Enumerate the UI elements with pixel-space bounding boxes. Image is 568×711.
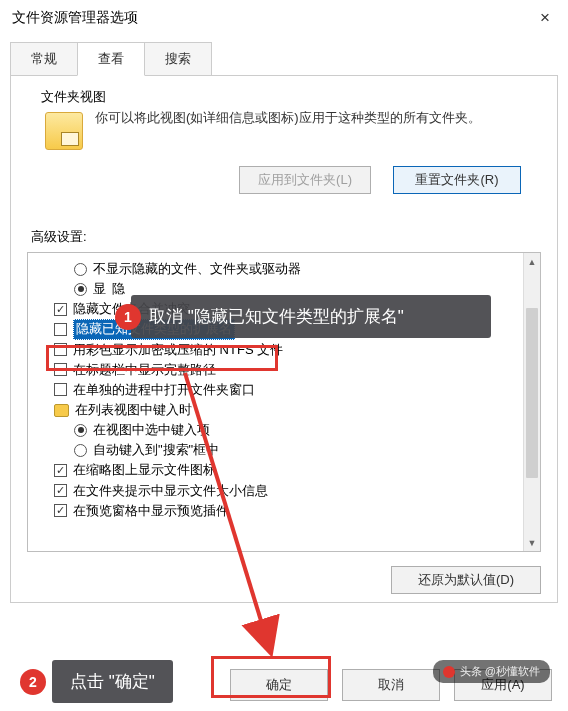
watermark: 头条 @秒懂软件	[433, 660, 550, 683]
radio-icon	[74, 283, 87, 296]
window-title: 文件资源管理器选项	[12, 9, 138, 27]
tab-search[interactable]: 搜索	[144, 42, 212, 76]
close-icon[interactable]: ×	[534, 8, 556, 28]
scroll-down-button[interactable]: ▼	[524, 534, 540, 551]
titlebar: 文件资源管理器选项 ×	[0, 0, 568, 36]
ok-button[interactable]: 确定	[230, 669, 328, 701]
radio-icon	[74, 424, 87, 437]
checkbox-icon	[54, 504, 67, 517]
option-folder-tip-size[interactable]: 在文件夹提示中显示文件大小信息	[54, 481, 538, 501]
scroll-thumb[interactable]	[526, 308, 538, 478]
option-full-path-title[interactable]: 在标题栏中显示完整路径	[54, 360, 538, 380]
folder-icon	[45, 112, 83, 150]
option-preview-handlers[interactable]: 在预览窗格中显示预览插件	[54, 501, 538, 521]
option-auto-search-box[interactable]: 自动键入到"搜索"框中	[74, 440, 538, 460]
restore-defaults-button[interactable]: 还原为默认值(D)	[391, 566, 541, 594]
advanced-settings-label: 高级设置:	[31, 228, 541, 246]
tab-view[interactable]: 查看	[77, 42, 145, 76]
selected-option-text: 隐藏已知文件类型的扩展名	[73, 319, 235, 339]
option-hide-merge-conflicts[interactable]: 隐藏文件夹合并冲突	[54, 299, 538, 319]
apply-to-folders-button[interactable]: 应用到文件夹(L)	[239, 166, 371, 194]
option-typing-in-list[interactable]: 在列表视图中键入时	[54, 400, 538, 420]
tab-general[interactable]: 常规	[10, 42, 78, 76]
tab-panel-view: 文件夹视图 你可以将此视图(如详细信息或图标)应用于这种类型的所有文件夹。 应用…	[10, 75, 558, 603]
radio-icon	[74, 444, 87, 457]
checkbox-icon	[54, 343, 67, 356]
option-show-hidden[interactable]: 显 隐	[74, 279, 538, 299]
scroll-up-button[interactable]: ▲	[524, 253, 540, 270]
scrollbar[interactable]: ▲ ▼	[523, 253, 540, 551]
checkbox-icon	[54, 383, 67, 396]
folder-icon	[54, 404, 69, 417]
radio-icon	[74, 263, 87, 276]
reset-folders-button[interactable]: 重置文件夹(R)	[393, 166, 521, 194]
folder-views-desc: 你可以将此视图(如详细信息或图标)应用于这种类型的所有文件夹。	[95, 108, 481, 150]
cancel-button[interactable]: 取消	[342, 669, 440, 701]
advanced-settings-list: 不显示隐藏的文件、文件夹或驱动器 显 隐 隐藏文件夹合并冲突 隐藏已知文件类型的…	[27, 252, 541, 552]
option-icons-on-thumbnails[interactable]: 在缩略图上显示文件图标	[54, 460, 538, 480]
checkbox-icon	[54, 323, 67, 336]
folder-views-label: 文件夹视图	[37, 88, 110, 106]
folder-views-group: 文件夹视图 你可以将此视图(如详细信息或图标)应用于这种类型的所有文件夹。 应用…	[27, 90, 541, 208]
checkbox-icon	[54, 303, 67, 316]
watermark-text: 头条 @秒懂软件	[460, 664, 540, 679]
checkbox-icon	[54, 484, 67, 497]
option-do-not-show-hidden[interactable]: 不显示隐藏的文件、文件夹或驱动器	[74, 259, 538, 279]
checkbox-icon	[54, 464, 67, 477]
option-color-ntfs[interactable]: 用彩色显示加密或压缩的 NTFS 文件	[54, 340, 538, 360]
option-separate-process[interactable]: 在单独的进程中打开文件夹窗口	[54, 380, 538, 400]
option-hide-known-extensions[interactable]: 隐藏已知文件类型的扩展名	[54, 319, 538, 339]
option-select-typed-item[interactable]: 在视图中选中键入项	[74, 420, 538, 440]
tab-strip: 常规 查看 搜索	[10, 42, 568, 76]
checkbox-icon	[54, 363, 67, 376]
